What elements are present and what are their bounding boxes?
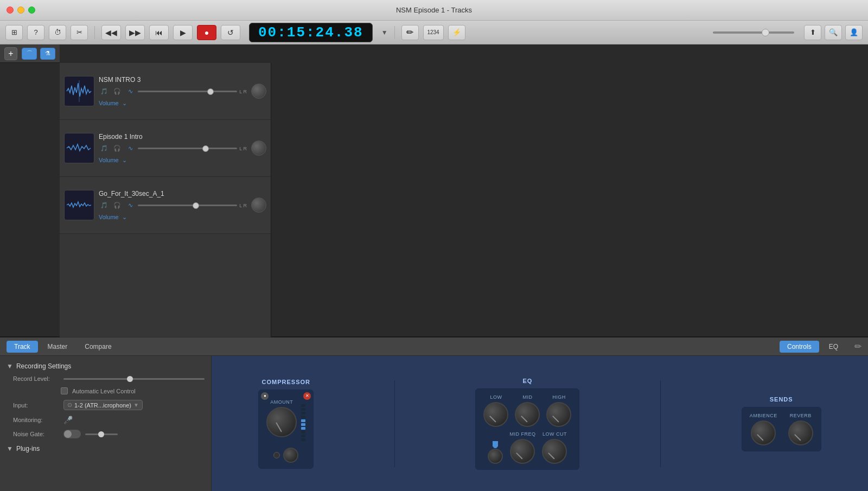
volume-dropdown-1[interactable]: Volume: [99, 100, 119, 106]
help-button[interactable]: ?: [27, 25, 44, 40]
track-pan-knob-1[interactable]: [251, 84, 266, 99]
eq-low-small-knob[interactable]: [488, 449, 503, 464]
track-headphone-btn-1[interactable]: 🎧: [112, 87, 123, 97]
compressor-close-btn[interactable]: ✕: [303, 392, 311, 400]
record-level-label: Record Level:: [13, 375, 59, 382]
metronome-button[interactable]: ⚡: [448, 25, 465, 40]
volume-dropdown-2[interactable]: Volume: [99, 157, 119, 163]
track-automation-btn-3[interactable]: ∿: [125, 201, 136, 211]
volume-chevron-1[interactable]: ⌄: [122, 100, 127, 107]
skip-back-button[interactable]: ⏮: [149, 25, 169, 40]
volume-chevron-2[interactable]: ⌄: [122, 157, 127, 164]
track-mute-btn-2[interactable]: 🎵: [99, 144, 110, 154]
eq-mid-knob[interactable]: [515, 402, 540, 427]
track-headphone-btn-2[interactable]: 🎧: [112, 144, 123, 154]
input-label: Input:: [13, 402, 59, 409]
track-headphone-btn-3[interactable]: 🎧: [112, 201, 123, 211]
record-level-slider[interactable]: [63, 378, 205, 380]
edit-pencil-icon[interactable]: ✏: [854, 341, 861, 352]
sends-reverb-container: REVERB: [788, 413, 813, 445]
maximize-button[interactable]: [28, 7, 35, 14]
master-volume-thumb: [762, 29, 769, 36]
tab-eq[interactable]: EQ: [821, 341, 846, 353]
sends-title: SENDS: [770, 396, 793, 403]
volume-chevron-3[interactable]: ⌄: [122, 214, 127, 221]
play-button[interactable]: ▶: [173, 25, 193, 40]
eq-low-label: LOW: [490, 394, 502, 400]
track-volume-row-1: Volume ⌄: [99, 100, 247, 107]
account-button[interactable]: 👤: [845, 25, 863, 40]
lr-indicator-3: L R: [239, 203, 247, 208]
search-button[interactable]: 🔍: [825, 25, 842, 40]
track-automation-btn-2[interactable]: ∿: [125, 144, 136, 154]
rewind-button[interactable]: ◀◀: [101, 25, 121, 40]
track-controls-row-3: 🎵 🎧 ∿ L R: [99, 201, 247, 211]
toolbar: ⊞ ? ⏱ ✂ ◀◀ ▶▶ ⏮ ▶ ● ↺ 00:15:24.38 ▼ ✏ 12…: [0, 21, 868, 44]
timecode-arrow: ▼: [381, 29, 388, 36]
tab-controls[interactable]: Controls: [780, 341, 819, 353]
master-volume-slider[interactable]: [713, 31, 794, 34]
numbers-button[interactable]: 1234: [423, 25, 444, 40]
library-button[interactable]: ⊞: [5, 25, 23, 40]
track-volume-slider-3[interactable]: [138, 205, 237, 206]
tab-master[interactable]: Master: [40, 341, 75, 353]
sends-inner: AMBIENCE REVERB: [742, 407, 821, 451]
sends-ambience-knob[interactable]: [751, 420, 776, 445]
compressor-amount-label: AMOUNT: [270, 399, 293, 405]
track-mute-btn-3[interactable]: 🎵: [99, 201, 110, 211]
filter-button[interactable]: ⚗: [40, 48, 55, 60]
triangle-icon: ▼: [7, 362, 13, 370]
close-button[interactable]: [7, 7, 14, 14]
export-button[interactable]: ⬆: [804, 25, 821, 40]
comp-bottom-knob[interactable]: [283, 448, 298, 463]
curve-mode-button[interactable]: ⌒: [22, 48, 37, 60]
sends-ambience-label: AMBIENCE: [750, 413, 777, 418]
scissors-button[interactable]: ✂: [71, 25, 88, 40]
input-select[interactable]: ⊙ 1-2 (ATR...icrophone) ▼: [63, 400, 143, 410]
main-area: + ⌒ ⚗: [0, 44, 868, 491]
track-automation-btn-1[interactable]: ∿: [125, 87, 136, 97]
eq-low-knob[interactable]: [483, 402, 508, 427]
track-mute-btn-1[interactable]: 🎵: [99, 87, 110, 97]
minimize-button[interactable]: [17, 7, 24, 14]
comp-btn-1[interactable]: [273, 452, 280, 458]
auto-level-checkbox[interactable]: [61, 387, 68, 394]
meter-bar-4: [301, 416, 305, 418]
track-volume-slider-1[interactable]: [138, 91, 237, 92]
tab-track[interactable]: Track: [7, 341, 38, 353]
monitoring-row: Monitoring: 🎤: [7, 416, 205, 424]
record-level-row: Record Level:: [7, 375, 205, 382]
tracks-section: + ⌒ ⚗: [0, 44, 868, 337]
compressor-inner: ● ✕ AMOUNT: [258, 390, 314, 469]
sends-reverb-knob[interactable]: [788, 420, 813, 445]
track-row-3: Go_For_It_30sec_A_1 🎵 🎧 ∿ L R: [60, 177, 271, 234]
master-volume-area: [713, 31, 794, 34]
track-pan-knob-2[interactable]: [251, 141, 266, 156]
pencil-button[interactable]: ✏: [401, 25, 419, 40]
fast-forward-button[interactable]: ▶▶: [125, 25, 145, 40]
eq-mid-freq-knob[interactable]: [510, 439, 535, 464]
track-info-1: NSM INTRO 3 🎵 🎧 ∿ L R: [99, 76, 247, 107]
volume-dropdown-3[interactable]: Volume: [99, 214, 119, 220]
add-track-button[interactable]: +: [4, 47, 17, 60]
plugins-header[interactable]: ▼ Plug-ins: [7, 445, 205, 452]
eq-high-knob[interactable]: [546, 402, 571, 427]
compressor-pin-btn[interactable]: ●: [261, 392, 269, 400]
titlebar: NSM Episode 1 - Tracks: [0, 0, 868, 21]
monitoring-label: Monitoring:: [13, 417, 59, 423]
track-volume-slider-2[interactable]: [138, 148, 237, 149]
recording-settings-header[interactable]: ▼ Recording Settings: [7, 362, 205, 370]
compressor-amount-knob[interactable]: [266, 407, 297, 437]
track-thumbnail-2: [64, 133, 94, 163]
loop-button[interactable]: ↺: [221, 25, 240, 40]
track-header-controls: ⌒ ⚗: [22, 48, 55, 60]
noise-gate-slider[interactable]: [85, 433, 118, 435]
divider-2: [660, 380, 661, 467]
tab-compare[interactable]: Compare: [77, 341, 119, 353]
history-button[interactable]: ⏱: [49, 25, 66, 40]
window-title: NSM Episode 1 - Tracks: [396, 6, 472, 14]
eq-low-cut-knob[interactable]: [542, 439, 567, 464]
noise-gate-toggle[interactable]: [63, 430, 81, 438]
record-button[interactable]: ●: [197, 25, 216, 40]
track-pan-knob-3[interactable]: [251, 197, 266, 213]
